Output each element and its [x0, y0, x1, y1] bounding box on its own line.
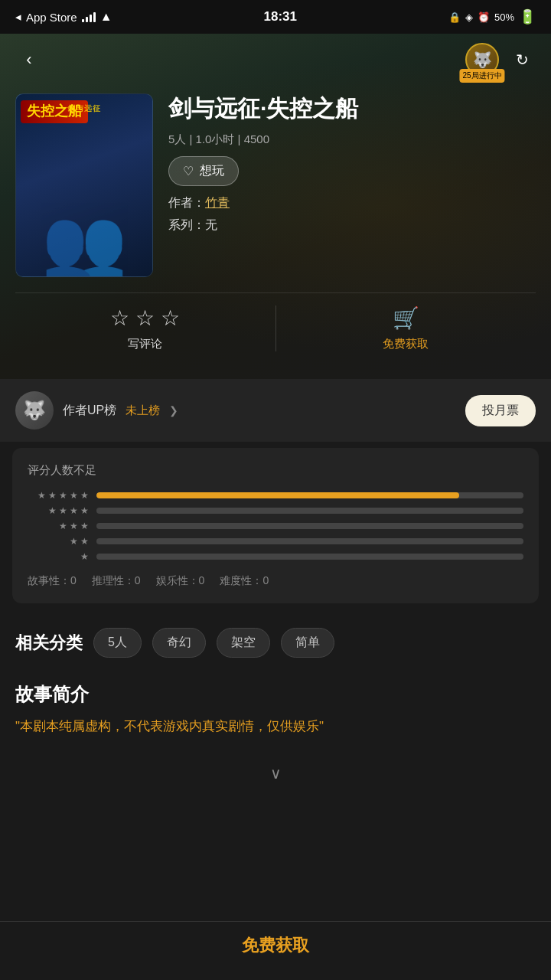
fun-score: 娱乐性：0 — [156, 574, 205, 588]
tags-section: 相关分类 5人 奇幻 架空 简单 — [0, 616, 551, 670]
refresh-button[interactable]: ↻ — [508, 46, 536, 74]
series-line: 系列：无 — [168, 217, 536, 234]
stars-1: ★ — [28, 551, 89, 562]
rating-row-5: ★ ★ ★ ★ ★ — [28, 490, 523, 501]
cta-button[interactable]: 免费获取 — [242, 934, 309, 957]
bar-track-1 — [96, 554, 523, 560]
time-display: 18:31 — [264, 9, 297, 24]
get-label: 免费获取 — [383, 337, 429, 351]
rating-row-1: ★ — [28, 551, 523, 562]
author-prefix: 作者： — [168, 196, 205, 209]
rating-row-3: ★ ★ ★ — [28, 521, 523, 531]
action-bar: ☆ ☆ ☆ 写评论 🛒 免费获取 — [15, 292, 536, 364]
game-cover: 失控之船 👥 剑与远征 — [15, 93, 153, 277]
tag-simple[interactable]: 简单 — [281, 628, 334, 658]
signal-icon — [82, 11, 96, 22]
difficulty-score: 难度性：0 — [220, 574, 269, 588]
hero-section: ‹ 🐺 25局进行中 ↻ 失控之船 👥 剑与远征 — [0, 34, 551, 379]
game-title: 剑与远征·失控之船 — [168, 93, 536, 123]
avatar-container[interactable]: 🐺 25局进行中 — [465, 43, 499, 77]
chevron-down-icon: ∨ — [270, 764, 282, 782]
rating-action[interactable]: ☆ ☆ ☆ 写评论 — [15, 305, 276, 351]
bar-track-2 — [96, 538, 523, 544]
author-avatar: 🐺 — [15, 391, 54, 430]
bar-track-4 — [96, 508, 523, 514]
story-text: "本剧本纯属虚构，不代表游戏内真实剧情，仅供娱乐" — [15, 716, 536, 737]
tag-alt-history[interactable]: 架空 — [217, 628, 270, 658]
nav-bar: ‹ 🐺 25局进行中 ↻ — [0, 34, 551, 86]
author-up-section: 🐺 作者UP榜 未上榜 ❯ 投月票 — [0, 379, 551, 442]
lock-icon: 🔒 — [448, 11, 461, 23]
story-title: 故事简介 — [15, 682, 536, 707]
rating-row-2: ★ ★ — [28, 536, 523, 547]
stars-5: ★ ★ ★ ★ ★ — [28, 490, 89, 501]
get-action[interactable]: 🛒 免费获取 — [276, 305, 536, 351]
wishlist-button[interactable]: ♡ 想玩 — [168, 156, 239, 186]
battery-icon: 🔋 — [519, 8, 536, 25]
game-info: 失控之船 👥 剑与远征 剑与远征·失控之船 5人 | 1.0小时 | 4500 … — [0, 86, 551, 292]
wishlist-label: 想玩 — [200, 163, 224, 179]
stars-4: ★ ★ ★ ★ — [28, 505, 89, 516]
rating-section: 评分人数不足 ★ ★ ★ ★ ★ ★ ★ ★ ★ — [12, 448, 539, 603]
bar-track-5 — [96, 492, 523, 498]
rating-labels: 故事性：0 推理性：0 娱乐性：0 难度性：0 — [28, 574, 523, 588]
insufficient-label: 评分人数不足 — [28, 463, 523, 478]
alarm-icon: ⏰ — [478, 11, 490, 23]
not-ranked-label[interactable]: 未上榜 — [126, 403, 160, 418]
bottom-spacer — [0, 798, 551, 874]
tags-title: 相关分类 — [15, 632, 83, 655]
logic-score: 推理性：0 — [92, 574, 141, 588]
game-details: 剑与远征·失控之船 5人 | 1.0小时 | 4500 ♡ 想玩 作者：竹青 系… — [168, 93, 536, 277]
back-arrow-small: ◂ — [15, 10, 21, 24]
status-left: ◂ App Store ▲ — [15, 10, 112, 24]
carrier-label: App Store — [26, 11, 77, 24]
rating-label: 写评论 — [128, 337, 162, 351]
story-section: 故事简介 "本剧本纯属虚构，不代表游戏内真实剧情，仅供娱乐" — [0, 670, 551, 749]
series-value: 无 — [205, 218, 217, 231]
status-bar: ◂ App Store ▲ 18:31 🔒 ◈ ⏰ 50% 🔋 — [0, 0, 551, 34]
location-icon: ◈ — [465, 11, 473, 23]
refresh-icon: ↻ — [516, 51, 529, 69]
status-right: 🔒 ◈ ⏰ 50% 🔋 — [448, 8, 536, 25]
nav-right-controls: 🐺 25局进行中 ↻ — [465, 43, 536, 77]
stars-3: ★ ★ ★ — [28, 521, 89, 531]
author-name[interactable]: 竹青 — [205, 196, 230, 209]
story-score: 故事性：0 — [28, 574, 77, 588]
back-button[interactable]: ‹ — [15, 46, 43, 74]
author-up-label: 作者UP榜 — [63, 403, 116, 419]
bar-fill-5 — [96, 492, 459, 498]
bottom-cta-bar: 免费获取 — [0, 921, 551, 980]
wifi-icon: ▲ — [100, 10, 112, 24]
vote-button[interactable]: 投月票 — [465, 395, 536, 426]
rating-row-4: ★ ★ ★ ★ — [28, 505, 523, 516]
expand-button[interactable]: ∨ — [0, 749, 551, 798]
avatar-badge: 25局进行中 — [459, 69, 504, 83]
tag-fantasy[interactable]: 奇幻 — [152, 628, 206, 658]
series-prefix: 系列： — [168, 218, 205, 231]
author-line: 作者：竹青 — [168, 195, 536, 211]
back-icon: ‹ — [26, 50, 31, 70]
rating-bars: ★ ★ ★ ★ ★ ★ ★ ★ ★ ★ ★ — [28, 490, 523, 562]
author-row: 作者：竹青 系列：无 — [168, 195, 536, 234]
heart-icon: ♡ — [183, 164, 194, 178]
tag-players[interactable]: 5人 — [93, 628, 142, 658]
cover-art-area: 失控之船 👥 剑与远征 — [16, 94, 152, 276]
cart-icon: 🛒 — [393, 305, 419, 331]
bar-track-3 — [96, 523, 523, 529]
stars-2: ★ ★ — [28, 536, 89, 547]
battery-label: 50% — [494, 11, 514, 23]
star-icon: ☆ ☆ ☆ — [110, 305, 180, 331]
chevron-right-icon: ❯ — [169, 404, 178, 416]
game-meta: 5人 | 1.0小时 | 4500 — [168, 132, 536, 147]
